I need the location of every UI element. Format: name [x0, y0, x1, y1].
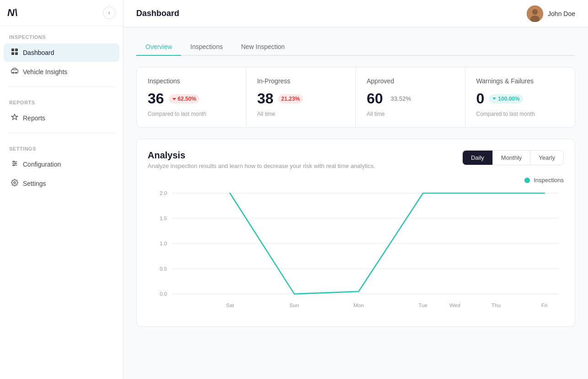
svg-text:1.0: 1.0	[160, 240, 167, 246]
period-btn-monthly[interactable]: Monthly	[493, 151, 531, 165]
svg-text:0.0: 0.0	[160, 291, 167, 297]
sidebar-item-settings[interactable]: Settings	[4, 174, 119, 193]
stat-card-in-progress: In-Progress 38 21.23% All time	[246, 67, 356, 127]
analysis-header: Analysis Analyze inspection results and …	[148, 150, 564, 169]
main-content: Dashboard John Doe Overview Inspections …	[123, 0, 588, 379]
car-icon	[11, 67, 18, 76]
analysis-chart: 2.0 1.5 1.0 0.5 0.0 Sat Sun Mon Tue	[148, 187, 564, 315]
stat-card-inspections: Inspections 36 62.50% Compared to last m…	[137, 67, 246, 127]
sidebar-item-dashboard[interactable]: Dashboard	[4, 43, 119, 62]
arrow-down-icon	[172, 97, 176, 101]
tab-overview[interactable]: Overview	[136, 38, 181, 56]
section-label-inspections: Inspections	[0, 26, 123, 43]
stat-sub-warnings: Compared to last month	[476, 111, 564, 117]
stat-value-approved: 60	[367, 90, 383, 107]
tabs: Overview Inspections New Inspection	[136, 38, 575, 56]
stat-badge-approved: 33.52%	[388, 94, 414, 103]
tab-inspections[interactable]: Inspections	[181, 38, 232, 56]
svg-text:1.5: 1.5	[160, 215, 167, 221]
stat-sub-approved: All time	[367, 111, 454, 117]
svg-point-15	[532, 9, 538, 15]
stat-badge-inspections: 62.50%	[169, 94, 200, 103]
stat-value-row-warnings: 0 100.00%	[476, 90, 564, 107]
period-buttons: Daily Monthly Yearly	[462, 150, 564, 165]
analysis-subtitle: Analyze inspection results and learn how…	[148, 162, 375, 169]
sidebar-item-reports[interactable]: Reports	[4, 109, 119, 127]
svg-text:Wed: Wed	[449, 302, 460, 308]
divider-1	[7, 87, 116, 87]
svg-rect-4	[11, 70, 18, 73]
stat-label-warnings: Warnings & Failures	[476, 77, 564, 85]
stat-value-warnings: 0	[476, 90, 485, 107]
sidebar-section-inspections: Inspections Dashboard	[0, 26, 123, 82]
svg-point-10	[13, 161, 15, 162]
stat-label-approved: Approved	[367, 77, 454, 85]
stat-value-inspections: 36	[148, 90, 164, 107]
section-label-settings: Settings	[0, 138, 123, 154]
svg-point-13	[14, 182, 16, 184]
svg-rect-1	[15, 49, 18, 51]
analysis-title-block: Analysis Analyze inspection results and …	[148, 150, 375, 169]
svg-point-12	[13, 165, 15, 166]
stat-value-row-approved: 60 33.52%	[367, 90, 454, 107]
period-btn-daily[interactable]: Daily	[463, 151, 493, 165]
sidebar-header: N\ ‹	[0, 0, 123, 26]
svg-rect-0	[11, 49, 14, 51]
svg-text:Tue: Tue	[418, 302, 428, 308]
stat-badge-in-progress: 21.23%	[278, 94, 303, 103]
svg-text:Mon: Mon	[353, 302, 364, 308]
analysis-title: Analysis	[148, 150, 375, 161]
stats-grid: Inspections 36 62.50% Compared to last m…	[136, 67, 575, 128]
stat-card-approved: Approved 60 33.52% All time	[356, 67, 465, 127]
user-info: John Doe	[527, 5, 575, 22]
gear-icon	[11, 179, 18, 188]
svg-text:2.0: 2.0	[160, 190, 167, 196]
legend-label: Inspections	[534, 177, 564, 184]
chart-container: 2.0 1.5 1.0 0.5 0.0 Sat Sun Mon Tue	[148, 187, 564, 315]
reports-icon	[11, 114, 18, 123]
tab-new-inspection[interactable]: New Inspection	[232, 38, 294, 56]
sidebar-item-vehicle-insights-label: Vehicle Insights	[23, 68, 67, 76]
page-title: Dashboard	[136, 9, 179, 18]
svg-rect-2	[11, 52, 14, 55]
stat-value-row-inspections: 36 62.50%	[148, 90, 235, 107]
stat-value-row-in-progress: 38 21.23%	[257, 90, 345, 107]
stat-sub-in-progress: All time	[257, 111, 345, 117]
svg-text:Sat: Sat	[226, 302, 234, 308]
stat-label-in-progress: In-Progress	[257, 77, 345, 85]
stat-value-in-progress: 38	[257, 90, 274, 107]
svg-text:Fri: Fri	[541, 302, 548, 308]
period-btn-yearly[interactable]: Yearly	[530, 151, 563, 165]
stat-badge-warnings: 100.00%	[489, 94, 523, 103]
collapse-button[interactable]: ‹	[103, 6, 116, 19]
sliders-icon	[11, 160, 18, 169]
sidebar-item-configuration[interactable]: Configuration	[4, 155, 119, 173]
stat-card-warnings: Warnings & Failures 0 100.00% Compared t…	[465, 67, 575, 127]
arrow-down-green-icon	[492, 97, 497, 101]
svg-marker-17	[172, 98, 176, 100]
analysis-card: Analysis Analyze inspection results and …	[136, 139, 575, 327]
svg-rect-3	[15, 52, 18, 55]
sidebar-item-dashboard-label: Dashboard	[23, 49, 54, 56]
section-label-reports: Reports	[0, 92, 123, 108]
sidebar-item-settings-label: Settings	[23, 180, 46, 187]
chart-legend: Inspections	[148, 177, 564, 184]
svg-text:Sun: Sun	[289, 302, 299, 308]
svg-text:0.5: 0.5	[160, 265, 167, 271]
avatar	[527, 5, 543, 22]
svg-marker-18	[492, 97, 496, 100]
stat-sub-inspections: Compared to last month	[148, 111, 235, 117]
sidebar-item-configuration-label: Configuration	[23, 161, 61, 168]
content-area: Overview Inspections New Inspection Insp…	[123, 27, 588, 379]
grid-icon	[11, 48, 18, 57]
stat-label-inspections: Inspections	[148, 77, 235, 85]
sidebar-section-settings: Settings Configuration	[0, 138, 123, 194]
sidebar-item-reports-label: Reports	[23, 114, 45, 122]
divider-2	[7, 133, 116, 133]
sidebar-item-vehicle-insights[interactable]: Vehicle Insights	[4, 63, 119, 81]
sidebar-section-reports: Reports Reports	[0, 92, 123, 128]
legend-dot	[524, 178, 530, 183]
sidebar: N\ ‹ Inspections Dashboard	[0, 0, 123, 379]
user-name: John Doe	[548, 10, 575, 17]
logo: N\	[7, 7, 17, 19]
